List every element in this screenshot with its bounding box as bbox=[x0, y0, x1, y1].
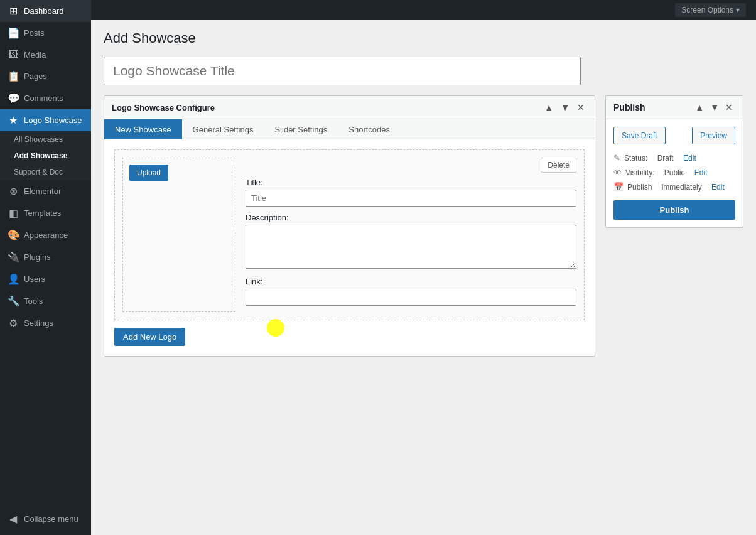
configure-box-controls: ▲ ▼ ✕ bbox=[542, 101, 587, 114]
calendar-icon: 📅 bbox=[613, 182, 624, 192]
tools-icon: 🔧 bbox=[8, 295, 19, 307]
description-field-label: Description: bbox=[246, 213, 576, 222]
logo-fields: Delete Title: Description: Link: bbox=[246, 158, 576, 312]
sidebar-item-media[interactable]: 🖼 Media bbox=[0, 44, 91, 65]
visibility-label: Visibility: bbox=[625, 168, 654, 177]
configure-box-header: Logo Showcase Configure ▲ ▼ ✕ bbox=[104, 96, 595, 119]
publish-box-up-btn[interactable]: ▲ bbox=[693, 101, 706, 114]
visibility-meta-item: 👁 Visibility: Public Edit bbox=[613, 168, 735, 177]
sidebar-item-label: Elementor bbox=[24, 186, 61, 196]
logo-title-input[interactable] bbox=[246, 190, 576, 207]
sidebar-sub-label: All Showcases bbox=[14, 135, 63, 144]
main-content: Add Showcase Logo Showcase Configure ▲ ▼… bbox=[91, 20, 756, 535]
add-new-logo-button[interactable]: Add New Logo bbox=[114, 328, 185, 346]
tab-new-showcase[interactable]: New Showcase bbox=[104, 119, 182, 139]
sidebar-item-comments[interactable]: 💬 Comments bbox=[0, 87, 91, 109]
pages-icon: 📋 bbox=[8, 70, 19, 82]
sidebar-item-templates[interactable]: ◧ Templates bbox=[0, 202, 91, 224]
publish-time-edit-link[interactable]: Edit bbox=[711, 183, 725, 192]
elementor-icon: ⊛ bbox=[8, 185, 19, 197]
screen-options-button[interactable]: Screen Options ▾ bbox=[675, 3, 746, 17]
sidebar-item-elementor[interactable]: ⊛ Elementor bbox=[0, 180, 91, 202]
visibility-icon: 👁 bbox=[613, 168, 622, 177]
sidebar-item-label: Logo Showcase bbox=[24, 116, 82, 125]
publish-button[interactable]: Publish bbox=[613, 200, 735, 220]
sidebar-item-settings[interactable]: ⚙ Settings bbox=[0, 312, 91, 334]
tab-general-settings[interactable]: General Settings bbox=[182, 119, 264, 139]
sidebar: ⊞ Dashboard 📄 Posts 🖼 Media 📋 Pages 💬 Co… bbox=[0, 0, 91, 535]
sidebar-item-logo-showcase[interactable]: ★ Logo Showcase bbox=[0, 109, 91, 131]
logo-fields-header: Delete bbox=[246, 158, 576, 173]
sidebar-item-label: Dashboard bbox=[24, 6, 64, 16]
link-field-label: Link: bbox=[246, 277, 576, 286]
media-icon: 🖼 bbox=[8, 49, 19, 60]
configure-box-down-btn[interactable]: ▼ bbox=[558, 101, 572, 114]
publish-actions: Save Draft Preview bbox=[613, 127, 735, 144]
sidebar-item-pages[interactable]: 📋 Pages bbox=[0, 65, 91, 87]
sidebar-sub-label: Support & Doc bbox=[14, 168, 63, 176]
logo-showcase-icon: ★ bbox=[8, 114, 19, 126]
sidebar-item-all-showcases[interactable]: All Showcases bbox=[0, 131, 91, 148]
plugins-icon: 🔌 bbox=[8, 251, 19, 263]
page-title: Add Showcase bbox=[104, 30, 743, 46]
publish-time-meta-item: 📅 Publish immediately Edit bbox=[613, 182, 735, 192]
users-icon: 👤 bbox=[8, 273, 19, 285]
sidebar-submenu: All Showcases Add Showcase Support & Doc bbox=[0, 131, 91, 180]
sidebar-sub-label: Add Showcase bbox=[14, 151, 67, 160]
content-layout: Logo Showcase Configure ▲ ▼ ✕ New Showca… bbox=[104, 95, 743, 357]
collapse-label: Collapse menu bbox=[24, 514, 78, 524]
settings-icon: ⚙ bbox=[8, 317, 19, 329]
sidebar-item-posts[interactable]: 📄 Posts bbox=[0, 22, 91, 44]
templates-icon: ◧ bbox=[8, 207, 19, 219]
sidebar-item-add-showcase[interactable]: Add Showcase bbox=[0, 148, 91, 164]
logo-item-row: Upload Delete Title: bbox=[114, 149, 585, 320]
posts-icon: 📄 bbox=[8, 27, 19, 39]
sidebar-item-label: Comments bbox=[24, 94, 63, 103]
publish-box-title: Publish bbox=[613, 102, 645, 112]
sidebar-item-label: Appearance bbox=[24, 230, 68, 240]
topbar: Screen Options ▾ bbox=[91, 0, 756, 20]
status-value: Draft bbox=[657, 154, 674, 163]
configure-body: Upload Delete Title: bbox=[104, 139, 595, 356]
sidebar-item-tools[interactable]: 🔧 Tools bbox=[0, 290, 91, 312]
publish-box-body: Save Draft Preview ✎ Status: Draft Edit bbox=[606, 119, 743, 227]
publish-time-value: immediately bbox=[662, 183, 702, 192]
sidebar-item-plugins[interactable]: 🔌 Plugins bbox=[0, 246, 91, 268]
publish-meta: ✎ Status: Draft Edit 👁 Visibility: Publi… bbox=[613, 153, 735, 192]
status-icon: ✎ bbox=[613, 153, 620, 163]
sidebar-item-label: Pages bbox=[24, 72, 47, 81]
sidebar-item-appearance[interactable]: 🎨 Appearance bbox=[0, 224, 91, 246]
configure-box-title: Logo Showcase Configure bbox=[112, 103, 215, 112]
tab-slider-settings[interactable]: Slider Settings bbox=[264, 119, 338, 139]
publish-box-header: Publish ▲ ▼ ✕ bbox=[606, 96, 743, 119]
status-label: Status: bbox=[624, 154, 647, 163]
collapse-icon: ◀ bbox=[8, 513, 19, 525]
visibility-value: Public bbox=[664, 168, 685, 177]
publish-box-controls: ▲ ▼ ✕ bbox=[693, 101, 735, 114]
sidebar-item-dashboard[interactable]: ⊞ Dashboard bbox=[0, 0, 91, 22]
sidebar-item-support-doc[interactable]: Support & Doc bbox=[0, 164, 91, 180]
status-edit-link[interactable]: Edit bbox=[683, 154, 696, 163]
save-draft-button[interactable]: Save Draft bbox=[613, 127, 666, 144]
sidebar-item-label: Users bbox=[24, 274, 45, 284]
showcase-title-input[interactable] bbox=[104, 57, 581, 85]
logo-description-input[interactable] bbox=[246, 225, 576, 269]
publish-box-down-btn[interactable]: ▼ bbox=[708, 101, 721, 114]
publish-box-close-btn[interactable]: ✕ bbox=[723, 101, 735, 114]
status-meta-item: ✎ Status: Draft Edit bbox=[613, 153, 735, 163]
logo-link-input[interactable] bbox=[246, 289, 576, 306]
comments-icon: 💬 bbox=[8, 92, 19, 104]
configure-box: Logo Showcase Configure ▲ ▼ ✕ New Showca… bbox=[104, 95, 595, 357]
visibility-edit-link[interactable]: Edit bbox=[694, 168, 708, 177]
sidebar-collapse-menu[interactable]: ◀ Collapse menu bbox=[0, 508, 91, 530]
preview-button[interactable]: Preview bbox=[692, 127, 735, 144]
configure-box-up-btn[interactable]: ▲ bbox=[542, 101, 556, 114]
appearance-icon: 🎨 bbox=[8, 229, 19, 241]
tab-bar: New Showcase General Settings Slider Set… bbox=[104, 119, 595, 139]
tab-shortcodes[interactable]: Shortcodes bbox=[338, 119, 401, 139]
title-field-label: Title: bbox=[246, 178, 576, 187]
upload-button[interactable]: Upload bbox=[129, 165, 168, 181]
delete-button[interactable]: Delete bbox=[541, 158, 576, 173]
configure-box-close-btn[interactable]: ✕ bbox=[575, 101, 587, 114]
sidebar-item-users[interactable]: 👤 Users bbox=[0, 268, 91, 290]
